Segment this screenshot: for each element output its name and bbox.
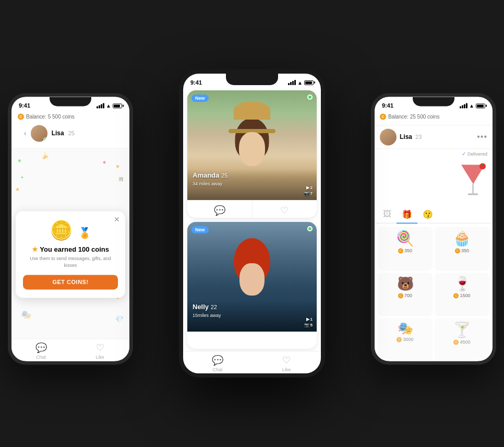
deco-star-2: ★	[115, 164, 120, 170]
balance-row-right: C Balance: 25 500 coins	[380, 113, 487, 120]
chat-bubble-icon-amanda: 💬	[214, 205, 225, 216]
deco-sticker: 💎	[115, 315, 124, 323]
tab-like-center[interactable]: ♡ Like	[252, 355, 321, 372]
get-coins-button[interactable]: GET COINS!	[23, 275, 118, 290]
popup-title: ★ You earned 100 coins	[23, 245, 118, 253]
status-icons-left: ▲	[97, 103, 122, 109]
kiss-tab-icon: 😗	[423, 210, 433, 219]
heart-icon-amanda: ♡	[280, 205, 289, 216]
deco-confetti-1: ◆	[103, 160, 106, 164]
time-left: 9:41	[19, 102, 30, 109]
delivered-text: Delivered	[467, 151, 487, 157]
deco-banana: 🍌	[41, 152, 49, 160]
battery-right	[476, 103, 485, 108]
nelly-photo: New ▶ 1 📷 5	[187, 222, 317, 332]
coin-badge-6: C	[453, 339, 459, 345]
nelly-photo-count: ▶ 1 📷 5	[304, 317, 313, 327]
coins-image: 🪙 🏅	[23, 219, 118, 241]
gifts-grid: 🍭 C 350 🧁 C 350 🐻	[375, 224, 493, 361]
gift-lingerie[interactable]: 🎭 C 3000	[378, 318, 433, 361]
sticker-tab[interactable]: 🖼	[378, 206, 397, 222]
amanda-distance: 34 miles away	[193, 181, 222, 186]
chat-tab-label-center: Chat	[212, 367, 222, 372]
back-arrow-left[interactable]: ‹	[24, 129, 27, 137]
amanda-photo-count: ▶ 2 📷 7	[304, 185, 313, 196]
balance-right: Balance: 25 500 coins	[388, 114, 439, 120]
cocktail-svg	[459, 162, 487, 201]
gift-teddy[interactable]: 🐻 C 700	[378, 273, 433, 316]
chat-name-right: Lisa	[400, 133, 412, 140]
left-content: C Balance: 5 500 coins ‹ Lisa 25	[11, 111, 129, 361]
center-screen: 9:41 ▲	[183, 74, 321, 373]
deco-dot-1: ●	[21, 175, 23, 180]
like-action-label-amanda: Like	[280, 217, 289, 218]
chat-age-left: 25	[68, 130, 75, 136]
gift-cupcake[interactable]: 🧁 C 350	[435, 227, 489, 270]
left-background: ★ 🍌 ★ ● ◆ ★ 🎊 🌹 🎭 💎 ★ ◆ ▼ ✕	[11, 148, 129, 338]
gift-tab-icon: 🎁	[402, 210, 412, 219]
amanda-like-button[interactable]: ♡ Like	[253, 201, 317, 218]
coin-badge-2: C	[455, 248, 460, 253]
kiss-tab[interactable]: 😗	[417, 206, 438, 222]
coin-badge-5: C	[397, 337, 402, 342]
avatar-online-dot	[43, 137, 47, 142]
gift-tabs-bar: 🖼 🎁 😗	[375, 206, 493, 224]
delivered-status: ✓ Delivered	[375, 149, 493, 159]
tab-chat-center[interactable]: 💬 Chat	[183, 355, 252, 372]
time-center: 9:41	[190, 79, 202, 86]
nelly-card: New ▶ 1 📷 5	[187, 222, 317, 349]
lingerie-price: C 3000	[397, 337, 413, 342]
left-header: C Balance: 5 500 coins ‹ Lisa 25	[11, 111, 129, 148]
balance-row-left: C Balance: 5 500 coins	[18, 113, 123, 120]
like-tab-label-left: Like	[95, 355, 104, 360]
amanda-card: New ▶ 2 📷 7	[187, 90, 317, 218]
notch-left	[50, 97, 91, 106]
amanda-chat-button[interactable]: 💬 Chat	[187, 201, 253, 218]
tab-like-left[interactable]: ♡ Like	[70, 342, 129, 360]
right-screen: 9:41 ▲	[375, 97, 493, 361]
popup-description: Use them to send messages, gifts, and ki…	[23, 255, 118, 268]
center-content: New ▶ 2 📷 7	[183, 88, 321, 373]
signal-right	[460, 103, 467, 108]
nelly-name: Nelly 22	[193, 303, 217, 311]
popup-close-button[interactable]: ✕	[114, 215, 120, 224]
teddy-price: C 700	[398, 293, 412, 299]
chat-tab-icon-center: 💬	[212, 355, 223, 366]
deco-star-1: ★	[17, 158, 22, 164]
amanda-name: Amanda 25	[193, 171, 227, 179]
coin-badge-4: C	[453, 293, 459, 299]
like-tab-label-center: Like	[282, 367, 291, 372]
left-phone: 9:41 ▲	[8, 93, 133, 364]
cocktail-gift-area	[375, 159, 493, 206]
deco-mask: 🎭	[21, 310, 31, 320]
chat-item-left: ‹ Lisa 25	[18, 122, 123, 145]
amanda-camera-count: 📷 7	[304, 191, 313, 196]
amanda-hat	[234, 101, 270, 120]
nelly-distance: 15miles away	[193, 313, 221, 318]
nelly-new-badge: New	[191, 226, 209, 233]
lollipop-icon: 🍭	[396, 230, 414, 247]
gift-tab[interactable]: 🎁	[397, 206, 417, 222]
notch-center	[226, 74, 278, 85]
deco-green-shape: 🎊	[118, 177, 124, 182]
coin-badge-1: C	[398, 248, 403, 253]
gift-lollipop[interactable]: 🍭 C 350	[378, 227, 433, 270]
teddy-icon: 🐻	[397, 276, 414, 292]
avatar-left	[31, 125, 47, 142]
battery-center	[304, 80, 314, 85]
options-menu-right[interactable]: •••	[477, 132, 487, 142]
notch-right	[413, 97, 454, 106]
gift-martini[interactable]: 🍷 C 1500	[435, 273, 489, 316]
tab-chat-left[interactable]: 💬 Chat	[11, 342, 70, 360]
amanda-actions: 💬 Chat ♡ Like	[187, 200, 317, 218]
nelly-face	[239, 263, 265, 296]
gift-cocktail[interactable]: 🍸 C 4500	[435, 318, 489, 361]
right-phone: 9:41 ▲	[371, 93, 496, 364]
amanda-face	[239, 132, 265, 166]
chat-tab-icon-left: 💬	[35, 342, 47, 354]
check-icon: ✓	[462, 151, 466, 157]
deco-star-3: ★	[15, 186, 20, 192]
left-screen: 9:41 ▲	[11, 97, 129, 361]
cupcake-icon: 🧁	[453, 230, 471, 247]
martini-icon: 🍷	[454, 276, 471, 292]
